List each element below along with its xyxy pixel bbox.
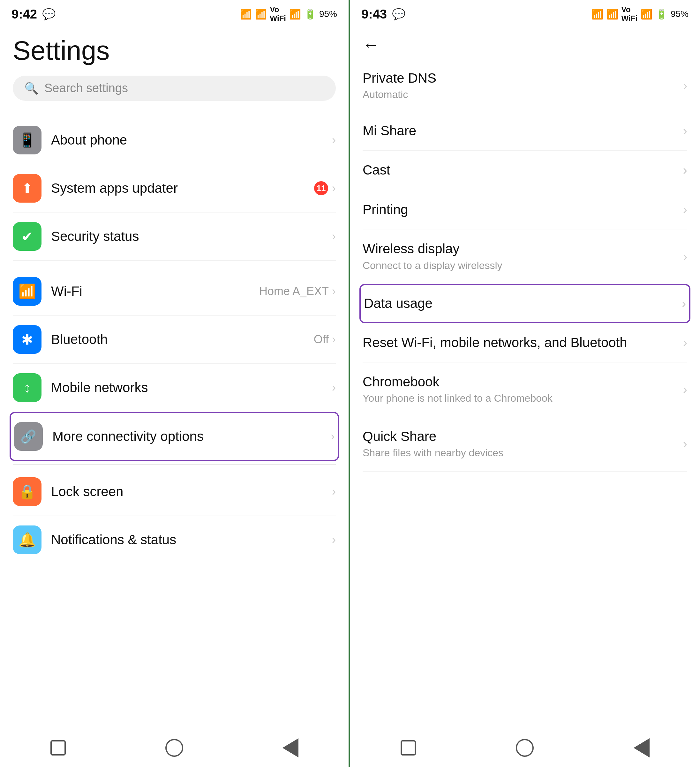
lock-screen-chevron: › [332,485,336,498]
data-usage-chevron: › [682,296,686,311]
private-dns-chevron: › [683,78,687,93]
security-label: Security status [51,229,332,244]
search-placeholder: Search settings [45,81,128,95]
nav-recent-button[interactable] [47,737,69,759]
bluetooth-value: Off [314,333,329,346]
right-item-private-dns-partial[interactable]: Private DNS Automatic › [363,67,687,111]
left-status-icons: 📶 📶 VoWiFi 📶 🔋 95% [240,5,337,23]
reset-wifi-title: Reset Wi-Fi, mobile networks, and Blueto… [363,335,683,351]
nav-back-button[interactable] [279,737,301,759]
battery-percent: 95% [319,9,337,19]
back-button[interactable]: ← [363,25,687,67]
system-apps-chevron: › [332,181,336,195]
right-nav-back-icon [634,738,650,757]
right-signal2-icon: 📶 [606,9,618,20]
right-item-wireless-display[interactable]: Wireless display Connect to a display wi… [363,229,687,284]
wifi-chevron: › [332,285,336,298]
right-wifi-icon: 📶 [641,9,652,20]
right-bottom-nav [350,732,700,767]
divider-2 [13,464,336,465]
quick-share-subtitle: Share files with nearby devices [363,446,683,460]
system-apps-label: System apps updater [51,181,314,196]
mi-share-chevron: › [683,124,687,138]
reset-wifi-chevron: › [683,335,687,350]
wireless-display-chevron: › [683,250,687,264]
chromebook-subtitle: Your phone is not linked to a Chromebook [363,392,683,405]
right-whatsapp-icon: 💬 [392,8,405,21]
chromebook-chevron: › [683,382,687,396]
right-battery-icon: 🔋 [655,9,667,20]
signal-icon: 📶 [240,9,252,20]
right-nav-circle-icon [516,739,534,757]
right-item-data-usage[interactable]: Data usage › [359,284,690,323]
search-bar[interactable]: 🔍 Search settings [13,76,336,101]
about-phone-label: About phone [51,132,332,148]
chromebook-title: Chromebook [363,374,683,390]
sidebar-item-more-connectivity[interactable]: 🔗 More connectivity options › [10,412,339,461]
sidebar-item-about-phone[interactable]: 📱 About phone › [13,116,336,164]
right-panel: 9:43 💬 📶 📶 VoWiFi 📶 🔋 95% ← Private DNS … [350,0,700,767]
settings-list: 📱 About phone › ⬆ System apps updater 11… [13,116,336,564]
sidebar-item-system-apps[interactable]: ⬆ System apps updater 11 › [13,164,336,213]
back-arrow-icon: ← [363,29,379,60]
right-item-chromebook[interactable]: Chromebook Your phone is not linked to a… [363,363,687,417]
sidebar-item-mobile-networks[interactable]: ↕ Mobile networks › [13,364,336,412]
bluetooth-icon: ✱ [13,325,41,354]
mobile-networks-icon: ↕ [13,373,41,402]
lock-screen-label: Lock screen [51,484,332,499]
mobile-networks-chevron: › [332,381,336,395]
nav-square-icon [50,740,66,756]
sidebar-item-lock-screen[interactable]: 🔒 Lock screen › [13,468,336,516]
mobile-networks-label: Mobile networks [51,380,332,395]
right-item-cast[interactable]: Cast › [363,151,687,190]
about-phone-icon: 📱 [13,126,41,154]
notifications-label: Notifications & status [51,532,332,547]
sidebar-item-wifi[interactable]: 📶 Wi-Fi Home A_EXT › [13,267,336,315]
right-time: 9:43 [361,7,387,21]
left-panel: 9:42 💬 📶 📶 VoWiFi 📶 🔋 95% Settings 🔍 Sea… [0,0,350,767]
left-time: 9:42 [11,7,37,21]
right-nav-home-button[interactable] [513,737,536,759]
wireless-display-subtitle: Connect to a display wirelessly [363,259,683,272]
more-connectivity-chevron: › [331,430,335,443]
right-item-quick-share[interactable]: Quick Share Share files with nearby devi… [363,417,687,471]
volte-label: VoWiFi [270,5,286,23]
right-settings-content: ← Private DNS Automatic › Mi Share › Cas… [350,25,700,732]
nav-circle-icon [165,739,183,757]
private-dns-title: Private DNS [363,70,683,86]
sidebar-item-bluetooth[interactable]: ✱ Bluetooth Off › [13,315,336,364]
cast-title: Cast [363,162,683,178]
right-item-reset-wifi[interactable]: Reset Wi-Fi, mobile networks, and Blueto… [363,323,687,363]
right-status-bar: 9:43 💬 📶 📶 VoWiFi 📶 🔋 95% [350,0,700,25]
right-item-mi-share[interactable]: Mi Share › [363,111,687,151]
wifi-settings-icon: 📶 [13,277,41,306]
security-icon: ✔ [13,222,41,251]
search-icon: 🔍 [24,82,38,95]
right-nav-recent-button[interactable] [397,737,419,759]
battery-icon: 🔋 [304,9,316,20]
right-nav-back-button[interactable] [630,737,653,759]
notifications-icon: 🔔 [13,525,41,554]
sidebar-item-security-status[interactable]: ✔ Security status › [13,213,336,261]
quick-share-chevron: › [683,437,687,451]
security-chevron: › [332,230,336,243]
cast-chevron: › [683,163,687,177]
more-connectivity-icon: 🔗 [14,422,43,451]
system-apps-badge: 11 [314,181,328,195]
data-usage-title: Data usage [364,296,682,311]
about-phone-chevron: › [332,134,336,147]
notifications-chevron: › [332,533,336,547]
nav-home-button[interactable] [163,737,185,759]
right-item-printing[interactable]: Printing › [363,190,687,229]
printing-title: Printing [363,202,683,218]
sidebar-item-notifications[interactable]: 🔔 Notifications & status › [13,516,336,564]
right-nav-square-icon [400,740,416,756]
more-connectivity-label: More connectivity options [53,429,331,444]
left-whatsapp-icon: 💬 [42,8,56,21]
wifi-label: Wi-Fi [51,284,259,299]
bluetooth-chevron: › [332,333,336,346]
signal2-icon: 📶 [255,9,267,20]
lock-screen-icon: 🔒 [13,477,41,506]
private-dns-subtitle: Automatic [363,88,683,102]
quick-share-title: Quick Share [363,428,683,444]
